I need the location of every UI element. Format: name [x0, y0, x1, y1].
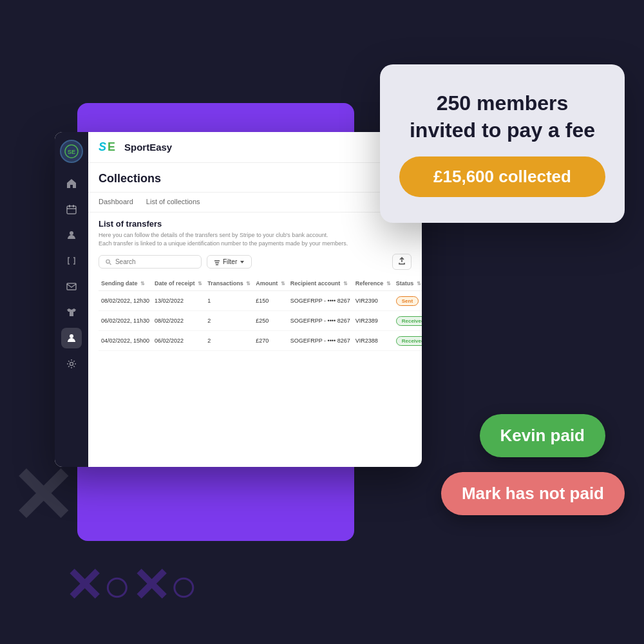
nav-tabs: Dashboard List of collections	[88, 193, 422, 213]
svg-point-9	[70, 363, 73, 366]
status-badge: Sent	[396, 296, 419, 306]
bottom-decoration: ✕ ○ ✕ ○	[64, 562, 198, 609]
filter-button[interactable]: Filter	[207, 255, 252, 269]
svg-rect-2	[67, 206, 76, 214]
svg-point-6	[70, 231, 73, 235]
sort-icon-recipient: ⇅	[343, 281, 348, 287]
logo-s: S	[99, 140, 106, 154]
col-amount[interactable]: Amount ⇅	[253, 276, 288, 291]
cell-status: Received	[393, 311, 422, 331]
kevin-paid-badge: Kevin paid	[480, 414, 605, 457]
filter-icon	[214, 259, 220, 265]
col-reference[interactable]: Reference ⇅	[353, 276, 393, 291]
sidebar-mail-icon[interactable]	[61, 276, 82, 297]
col-transactions[interactable]: Transactions ⇅	[205, 276, 253, 291]
sidebar-logo: SE	[60, 140, 83, 163]
stats-card: 250 members invited to pay a fee £15,600…	[380, 64, 625, 223]
table-row: 08/02/2022, 12h30 13/02/2022 1 £150 SOGE…	[99, 291, 422, 311]
sort-icon-receipt: ⇅	[198, 281, 202, 287]
cell-amount: £270	[253, 331, 288, 351]
cell-transactions: 2	[205, 311, 253, 331]
sidebar-user-icon[interactable]	[61, 328, 82, 348]
main-content: S E SportEasy Collections Dashboard List…	[88, 132, 422, 467]
cell-recipient: SOGEFRPP - •••• 8267	[288, 291, 353, 311]
section-title: List of transfers	[99, 219, 412, 229]
cell-sending-date: 06/02/2022, 11h30	[99, 311, 152, 331]
search-input[interactable]	[115, 258, 194, 265]
cell-recipient: SOGEFRPP - •••• 8267	[288, 311, 353, 331]
cell-date-receipt: 08/02/2022	[152, 311, 205, 331]
cell-reference: VIR2388	[353, 331, 393, 351]
topbar: S E SportEasy	[88, 132, 422, 163]
export-button[interactable]	[392, 254, 412, 270]
col-recipient[interactable]: Recipient account ⇅	[288, 276, 353, 291]
sort-icon-reference: ⇅	[386, 281, 391, 287]
search-box[interactable]	[99, 255, 202, 269]
sort-icon-amount: ⇅	[281, 281, 285, 287]
cell-transactions: 2	[205, 331, 253, 351]
mark-not-paid-badge: Mark has not paid	[441, 472, 625, 515]
sidebar-brackets-icon[interactable]	[61, 251, 82, 271]
sort-icon-sending-date: ⇅	[140, 281, 145, 287]
deco-o1: ○	[103, 562, 131, 609]
app-window: SE	[55, 132, 422, 467]
tab-list-of-collections[interactable]: List of collections	[146, 198, 200, 212]
status-badge: Received	[396, 316, 422, 326]
page-title: Collections	[99, 172, 412, 185]
sidebar-home-icon[interactable]	[61, 173, 82, 194]
app-name-label: SportEasy	[124, 142, 172, 153]
table-section: List of transfers Here you can follow th…	[88, 213, 422, 467]
svg-line-11	[109, 263, 111, 264]
toolbar: Filter	[99, 254, 412, 270]
logo-area: S E SportEasy	[99, 141, 172, 154]
deco-x2: ✕	[131, 562, 170, 609]
section-description: Here you can follow the details of the t…	[99, 231, 412, 247]
sidebar-calendar-icon[interactable]	[61, 199, 82, 220]
deco-x1: ✕	[64, 562, 103, 609]
cell-status: Sent	[393, 291, 422, 311]
col-sending-date[interactable]: Sending date ⇅	[99, 276, 152, 291]
filter-label: Filter	[223, 258, 237, 265]
cell-sending-date: 04/02/2022, 15h00	[99, 331, 152, 351]
logo-icon: S E	[99, 141, 119, 154]
svg-rect-7	[67, 283, 76, 290]
transfers-table: Sending date ⇅ Date of receipt ⇅ Transac…	[99, 276, 422, 351]
cell-date-receipt: 13/02/2022	[152, 291, 205, 311]
sort-icon-status: ⇅	[417, 281, 421, 287]
cell-recipient: SOGEFRPP - •••• 8267	[288, 331, 353, 351]
sort-icon-transactions: ⇅	[246, 281, 251, 287]
sidebar-settings-icon[interactable]	[61, 354, 82, 374]
members-invited-text: 250 members invited to pay a fee	[399, 90, 605, 144]
cell-reference: VIR2389	[353, 311, 393, 331]
cell-reference: VIR2390	[353, 291, 393, 311]
cell-amount: £150	[253, 291, 288, 311]
svg-text:SE: SE	[68, 149, 75, 155]
collected-amount-button[interactable]: £15,600 collected	[399, 156, 605, 197]
sidebar-team-icon[interactable]	[61, 225, 82, 245]
table-row: 04/02/2022, 15h00 06/02/2022 2 £270 SOGE…	[99, 331, 422, 351]
sidebar-shirt-icon[interactable]	[61, 302, 82, 323]
col-date-of-receipt[interactable]: Date of receipt ⇅	[152, 276, 205, 291]
logo-e: E	[108, 140, 115, 154]
col-status[interactable]: Status ⇅	[393, 276, 422, 291]
cell-transactions: 1	[205, 291, 253, 311]
status-badge: Received	[396, 336, 422, 346]
svg-point-8	[70, 334, 73, 338]
page-header: Collections	[88, 163, 422, 193]
cell-date-receipt: 06/02/2022	[152, 331, 205, 351]
chevron-down-icon	[240, 260, 245, 265]
search-icon	[106, 259, 111, 265]
deco-o2: ○	[170, 562, 198, 609]
tab-dashboard[interactable]: Dashboard	[99, 198, 133, 212]
cell-status: Received	[393, 331, 422, 351]
svg-point-10	[106, 260, 109, 263]
cell-sending-date: 08/02/2022, 12h30	[99, 291, 152, 311]
sidebar: SE	[55, 132, 88, 467]
share-icon	[398, 257, 406, 265]
cell-amount: £250	[253, 311, 288, 331]
table-row: 06/02/2022, 11h30 08/02/2022 2 £250 SOGE…	[99, 311, 422, 331]
